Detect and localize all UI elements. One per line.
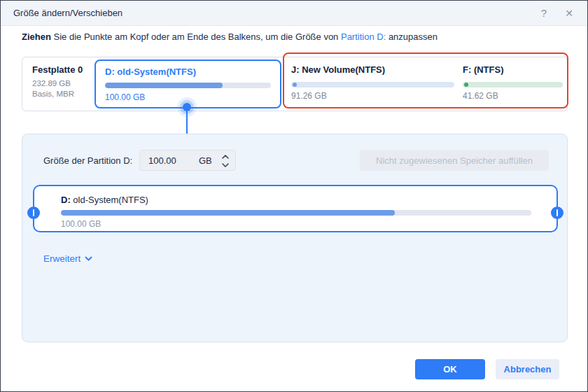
right-drag-handle[interactable] — [551, 206, 564, 219]
size-stepper[interactable] — [221, 153, 230, 169]
partition-j-size: 91.26 GB — [291, 91, 327, 101]
partition-d-usage-fill — [105, 83, 223, 88]
close-icon[interactable]: ✕ — [562, 8, 576, 19]
window-title: Größe ändern/Verschieben — [13, 8, 122, 18]
help-icon[interactable]: ? — [537, 7, 551, 19]
partition-j-used-indicator — [293, 83, 297, 87]
partition-f-usage-bar — [463, 82, 563, 88]
partition-d[interactable]: D: old-System(NTFS) 100.00 GB — [94, 59, 281, 108]
partition-d-size: 100.00 GB — [105, 92, 145, 102]
fill-unallocated-button[interactable]: Nicht zugewiesenen Speicher auffüllen — [360, 150, 549, 171]
slider-usage-fill — [61, 210, 395, 216]
size-unit: GB — [199, 155, 212, 166]
size-value: 100.00 — [148, 155, 176, 166]
partition-d-usage-bar — [105, 83, 271, 88]
slider-partition-size: 100.00 GB — [61, 219, 101, 229]
partition-f-size: 41.62 GB — [463, 91, 498, 101]
handle-grip-icon — [33, 209, 34, 216]
titlebar: Größe ändern/Verschieben ? ✕ — [1, 1, 587, 26]
handle-grip-icon — [556, 209, 558, 216]
instruction-text: Ziehen Sie die Punkte am Kopf oder am En… — [22, 31, 438, 42]
partition-f-used-indicator — [464, 83, 468, 87]
partition-f-label: F: (NTFS) — [463, 64, 503, 75]
advanced-toggle[interactable]: Erweitert — [43, 253, 92, 264]
red-highlight-region: J: New Volume(NTFS) 91.26 GB F: (NTFS) 4… — [283, 52, 568, 108]
partition-size-input[interactable]: 100.00 GB — [139, 150, 236, 171]
partition-d-label: D: old-System(NTFS) — [105, 66, 196, 77]
partition-resize-slider[interactable]: D: old-System(NTFS) 100.00 GB — [33, 185, 558, 232]
instruction-bold: Ziehen — [22, 31, 51, 42]
slider-partition-name: old-System(NTFS) — [71, 195, 148, 205]
disk-type: Basis, MBR — [32, 90, 74, 98]
resize-move-dialog: Größe ändern/Verschieben ? ✕ Ziehen Sie … — [0, 0, 588, 392]
left-drag-handle[interactable] — [27, 206, 40, 219]
ok-button[interactable]: OK — [415, 359, 485, 379]
chevron-up-down-icon — [221, 153, 230, 169]
partition-j-label: J: New Volume(NTFS) — [291, 64, 385, 75]
partition-j-usage-bar — [291, 82, 454, 88]
disk-name: Festplatte 0 — [32, 64, 83, 75]
resize-panel: Größe der Partition D: 100.00 GB Nicht z… — [22, 134, 568, 342]
connector-dot — [183, 103, 191, 111]
slider-partition-letter: D: — [61, 195, 71, 205]
partition-size-label: Größe der Partition D: — [43, 155, 132, 166]
disk-size: 232.89 GB — [32, 79, 71, 88]
instruction-pre: Sie die Punkte am Kopf oder am Ende des … — [51, 31, 341, 42]
slider-usage-bar — [61, 210, 531, 216]
chevron-down-icon — [85, 256, 92, 261]
instruction-partition-link: Partition D: — [341, 31, 386, 42]
slider-partition-label: D: old-System(NTFS) — [61, 195, 148, 205]
advanced-label: Erweitert — [43, 253, 80, 264]
instruction-post: anzupassen — [386, 31, 438, 42]
cancel-button[interactable]: Abbrechen — [496, 359, 559, 379]
